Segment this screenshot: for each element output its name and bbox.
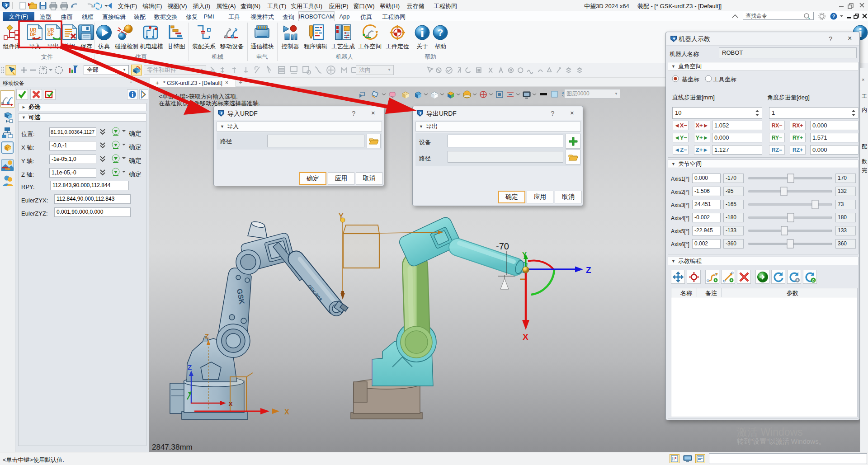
svg-text:X: X xyxy=(523,332,528,342)
svg-text:DF: DF xyxy=(30,32,36,37)
svg-text:?: ? xyxy=(832,14,835,19)
svg-text:-70: -70 xyxy=(496,241,509,251)
svg-text:?: ? xyxy=(438,27,443,38)
svg-text:Z: Z xyxy=(205,332,209,340)
svg-text:Z: Z xyxy=(188,363,192,371)
svg-text:Z: Z xyxy=(586,265,591,275)
svg-text:DF: DF xyxy=(47,32,53,37)
svg-text:0: 0 xyxy=(812,278,814,282)
svg-text:X: X xyxy=(228,400,233,408)
svg-text:Y: Y xyxy=(522,250,527,258)
svg-text:X: X xyxy=(284,408,289,416)
